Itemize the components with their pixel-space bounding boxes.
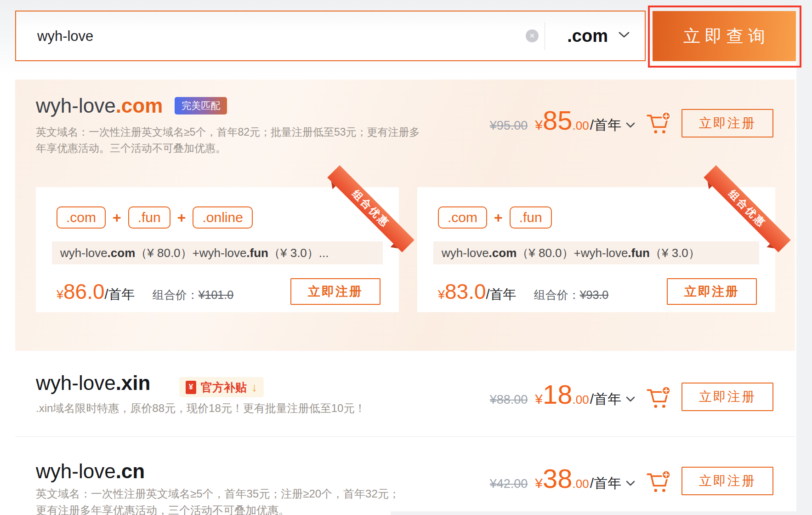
price-unit: /首年 <box>590 390 621 409</box>
combo-card-2: 组合优惠 .com + .fun wyh-love.com（¥ 80.0）+wy… <box>417 187 775 312</box>
combo-price-group: ¥ 86.0 /首年 组合价： ¥101.0 <box>57 279 233 304</box>
combo-price-value: 86.0 <box>63 279 105 304</box>
plus-sign: + <box>177 209 186 226</box>
price-period-dropdown[interactable]: /首年 <box>590 390 635 409</box>
currency-symbol: ¥ <box>57 288 63 302</box>
result-row-cn: wyh-love.cn 英文域名：一次性注册英文域名≥5个，首年35元；注册≥2… <box>0 437 812 515</box>
tld-selector[interactable]: .com <box>567 11 630 60</box>
combo-bar-ellipsis: ... <box>319 246 329 260</box>
price-integer: 18 <box>543 379 573 410</box>
chevron-down-icon <box>618 31 630 40</box>
price-group-cn: ¥42.00 ¥ 38 .00 /首年 <box>490 463 635 494</box>
domain-name: wyh-love <box>36 94 116 117</box>
combo-ribbon: 组合优惠 <box>327 165 415 252</box>
domain-name: wyh-love <box>36 372 116 395</box>
price-group-com: ¥95.00 ¥ 85 .00 /首年 <box>490 105 635 136</box>
combo-bar-tld: .com <box>489 246 517 260</box>
chevron-down-icon <box>626 396 635 402</box>
register-button-cn[interactable]: 立即注册 <box>681 467 773 495</box>
add-to-cart-icon[interactable] <box>646 111 670 137</box>
combo-old-price: ¥101.0 <box>199 288 233 302</box>
combo-ribbon: 组合优惠 <box>704 165 791 252</box>
price-unit: /首年 <box>590 474 621 493</box>
combo-card-1: 组合优惠 .com + .fun + .online wyh-love.com（… <box>36 187 399 312</box>
register-button-xin[interactable]: 立即注册 <box>681 383 773 411</box>
combo-bar-tld: .fun <box>246 246 268 260</box>
price-integer: 38 <box>543 463 573 494</box>
chevron-down-icon <box>626 481 635 486</box>
price-decimal: .00 <box>573 393 589 407</box>
combo-tlds: .com + .fun + .online <box>57 206 253 229</box>
tld-tag: .online <box>193 206 252 229</box>
currency-symbol: ¥ <box>535 391 543 407</box>
price-decimal: .00 <box>573 477 589 491</box>
perfect-match-badge: 完美匹配 <box>175 97 227 114</box>
price-unit: /首年 <box>486 286 517 304</box>
combo-old-price: ¥93.0 <box>580 288 609 302</box>
old-price: ¥88.00 <box>490 393 528 407</box>
domain-description: .xin域名限时特惠，原价88元，现价18元！更有批量注册低至10元！ <box>36 400 408 417</box>
domain-tld: .cn <box>116 460 145 483</box>
currency-symbol: ¥ <box>438 288 445 302</box>
domain-title-xin: wyh-love.xin <box>36 372 150 395</box>
combo-bar-text: （¥ 80.0）+wyh-love <box>517 245 628 261</box>
domain-name: wyh-love <box>36 460 116 483</box>
add-to-cart-icon[interactable] <box>646 385 670 412</box>
combo-domains-summary: wyh-love.com（¥ 80.0）+wyh-love.fun（¥ 3.0）… <box>52 241 383 264</box>
price-integer: 85 <box>543 105 573 136</box>
domain-title-cn: wyh-love.cn <box>36 460 145 483</box>
combo-bar-text: wyh-love <box>442 246 489 260</box>
tld-tag: .fun <box>510 206 552 229</box>
query-now-button[interactable]: 立即查询 <box>653 11 796 61</box>
combo-domains-summary: wyh-love.com（¥ 80.0）+wyh-love.fun（¥ 3.0） <box>433 241 759 264</box>
search-divider <box>545 23 545 50</box>
tld-selected-value: .com <box>567 26 608 46</box>
tld-tag: .fun <box>128 206 170 229</box>
price-decimal: .00 <box>573 119 589 133</box>
combo-bar-text: （¥ 80.0）+wyh-love <box>135 245 246 261</box>
red-envelope-icon: ¥ <box>186 381 196 394</box>
combo-price-group: ¥ 83.0 /首年 组合价： ¥93.0 <box>438 279 608 304</box>
combo-bar-text: （¥ 3.0） <box>650 245 700 261</box>
combo-bar-tld: .fun <box>628 246 650 260</box>
price-period-dropdown[interactable]: /首年 <box>590 116 635 135</box>
plus-sign: + <box>113 209 121 226</box>
currency-symbol: ¥ <box>535 475 543 491</box>
domain-title-com: wyh-love.com 完美匹配 <box>36 94 227 117</box>
register-button-combo-1[interactable]: 立即注册 <box>290 278 380 305</box>
search-bar: ✕ .com <box>15 11 646 61</box>
plus-sign: + <box>494 209 503 226</box>
combo-bar-tld: .com <box>108 246 136 260</box>
subsidy-label: 官方补贴 <box>201 380 247 395</box>
chevron-down-icon <box>626 122 635 128</box>
old-price: ¥95.00 <box>490 119 528 133</box>
domain-tld: .xin <box>116 372 151 395</box>
result-card-com: wyh-love.com 完美匹配 英文域名：一次性注册英文域名≥5个，首年82… <box>15 80 795 351</box>
register-button-com[interactable]: 立即注册 <box>681 109 773 137</box>
price-group-xin: ¥88.00 ¥ 18 .00 /首年 <box>490 379 635 410</box>
domain-tld: .com <box>116 94 163 117</box>
domain-description: 英文域名：一次性注册英文域名≥5个，首年82元；批量注册低至53元；更有注册多年… <box>36 124 422 156</box>
price-unit: /首年 <box>590 116 621 135</box>
add-to-cart-icon[interactable] <box>646 469 670 496</box>
tld-tag: .com <box>57 206 106 229</box>
official-subsidy-badge: ¥ 官方补贴 ↓ <box>179 377 264 397</box>
tld-tag: .com <box>438 206 487 229</box>
price-period-dropdown[interactable]: /首年 <box>590 474 635 493</box>
old-price: ¥42.00 <box>490 477 528 491</box>
result-row-xin: wyh-love.xin ¥ 官方补贴 ↓ .xin域名限时特惠，原价88元，现… <box>0 351 812 437</box>
price-unit: /首年 <box>105 286 135 304</box>
domain-description: 英文域名：一次性注册英文域名≥5个，首年35元；注册≥20个，首年32元；更有注… <box>36 486 408 515</box>
search-input[interactable] <box>36 11 498 61</box>
combo-bar-text: （¥ 3.0） <box>268 245 319 261</box>
combo-old-price-label: 组合价： <box>534 287 580 303</box>
combo-price-value: 83.0 <box>445 279 486 304</box>
combo-bar-text: wyh-love <box>60 246 108 260</box>
register-button-combo-2[interactable]: 立即注册 <box>667 278 757 305</box>
arrow-down-icon: ↓ <box>251 380 257 395</box>
currency-symbol: ¥ <box>535 117 543 133</box>
clear-icon[interactable]: ✕ <box>526 29 539 42</box>
combo-tlds: .com + .fun <box>438 206 552 229</box>
combo-old-price-label: 组合价： <box>153 287 199 303</box>
